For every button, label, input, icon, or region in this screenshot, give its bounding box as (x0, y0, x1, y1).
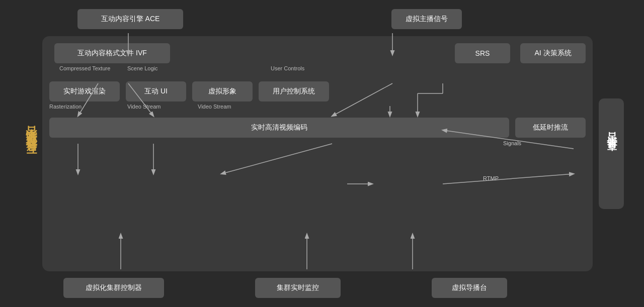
right-platform-label: 直播平台 (599, 98, 624, 209)
encoder-box: 实时高清视频编码 (49, 118, 509, 138)
main-rounded-container: 互动内容格式文件 IVF SRS AI 决策系统 Compressed Text… (42, 36, 593, 271)
user-control-system-box: 用户控制系统 (259, 81, 329, 101)
video-stream-label-1: Video Stream (127, 104, 160, 110)
compressed-texture-label: Compressed Texture (59, 65, 110, 71)
right-panel: 直播平台 (599, 6, 624, 302)
architecture-diagram: 互影科技云视频平台 互动内容引擎 ACE 虚拟主播信号 互动内容格式文件 IVF… (20, 6, 624, 302)
rasterization-label: Rasterization (49, 104, 82, 110)
video-stream-label-2: Video Stream (198, 104, 231, 110)
left-platform-label: 互影科技云视频平台 (20, 6, 42, 302)
virtual-director-box: 虚拟导播台 (432, 278, 507, 298)
ivf-box: 互动内容格式文件 IVF (54, 43, 170, 63)
scene-logic-label: Scene Logic (127, 65, 158, 71)
bottom-external-row: 虚拟化集群控制器 集群实时监控 虚拟导播台 (42, 274, 593, 302)
low-latency-stream-box: 低延时推流 (515, 118, 586, 138)
label-row1: Compressed Texture Scene Logic User Cont… (54, 65, 586, 81)
row3: 实时高清视频编码 低延时推流 (49, 118, 586, 138)
label-row2: Rasterization Video Stream Video Stream (49, 104, 586, 118)
render-box: 实时游戏渲染 (49, 81, 120, 101)
cluster-monitor-box: 集群实时监控 (255, 278, 341, 298)
user-controls-label: User Controls (271, 65, 304, 71)
ace-engine-box: 互动内容引擎 ACE (77, 9, 183, 29)
ai-decision-box: AI 决策系统 (520, 43, 586, 63)
virtual-cluster-box: 虚拟化集群控制器 (63, 278, 164, 298)
srs-box: SRS (455, 43, 510, 63)
row1: 互动内容格式文件 IVF SRS AI 决策系统 (49, 43, 586, 63)
interactive-ui-box: 互动 UI (126, 81, 186, 101)
virtual-avatar-box: 虚拟形象 (192, 81, 253, 101)
row2: 实时游戏渲染 互动 UI 虚拟形象 用户控制系统 (49, 81, 586, 101)
diagram-center: 互动内容引擎 ACE 虚拟主播信号 互动内容格式文件 IVF SRS AI 决策… (42, 6, 593, 302)
top-external-row: 互动内容引擎 ACE 虚拟主播信号 (42, 6, 593, 33)
virtual-host-signal-box: 虚拟主播信号 (391, 9, 462, 29)
